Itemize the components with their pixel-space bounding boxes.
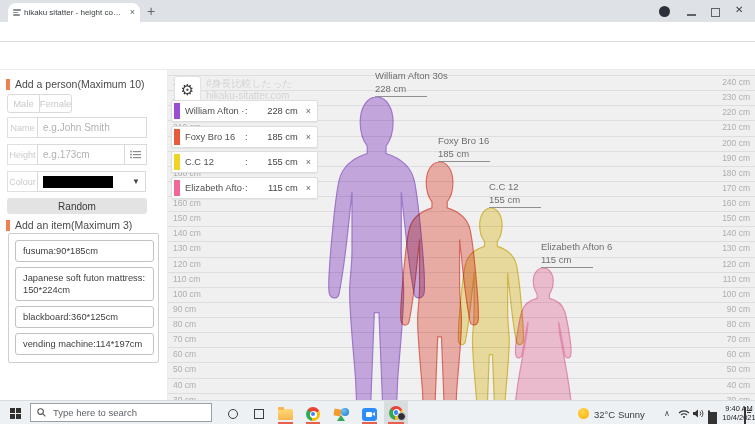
height-input[interactable]	[37, 144, 125, 165]
tick-label: 90 cm	[173, 304, 196, 314]
tick-label: 80 cm	[173, 319, 196, 329]
person-color-bar	[174, 180, 180, 196]
item-suggestions: fusuma:90*185cmJapanese soft futon mattr…	[8, 233, 159, 363]
figure-label: William Afton 30s228 cm	[375, 70, 448, 97]
person-card-height: 155 cm	[267, 157, 298, 167]
person-card[interactable]: C.C 12:155 cm×	[171, 151, 318, 173]
figure-name: William Afton 30s	[375, 70, 448, 82]
female-button[interactable]: Female	[39, 94, 72, 113]
height-presets-button[interactable]	[124, 144, 147, 165]
person-color-bar	[174, 129, 180, 145]
tab-close-icon[interactable]: ×	[130, 8, 135, 17]
section-accent-bar	[6, 220, 10, 231]
person-silhouette[interactable]	[505, 268, 582, 400]
new-tab-button[interactable]: +	[147, 3, 155, 19]
file-explorer-button[interactable]	[274, 405, 296, 423]
person-card-name: Elizabeth Afto···	[185, 183, 245, 193]
figure-name: Foxy Bro 16	[438, 134, 490, 147]
person-card-close-icon[interactable]: ×	[306, 132, 311, 142]
tick-label: 130 cm	[173, 243, 201, 253]
colour-row: Colour ▼	[7, 171, 146, 192]
action-center-icon[interactable]	[744, 407, 746, 424]
start-button[interactable]	[10, 408, 21, 419]
chart-settings-button[interactable]: ⚙	[174, 76, 201, 103]
window-minimize-button[interactable]	[687, 14, 696, 16]
tick-label: 180 cm	[722, 168, 750, 178]
figure-height-value: 228 cm	[375, 82, 427, 97]
person-card-height: 115 cm	[268, 183, 298, 193]
network-icon[interactable]	[678, 409, 690, 418]
taskbar-search[interactable]	[30, 403, 212, 422]
tick-label: 170 cm	[722, 183, 750, 193]
tick-label: 230 cm	[722, 92, 750, 102]
person-card-height: 228 cm	[267, 106, 298, 116]
person-card-close-icon[interactable]: ×	[306, 106, 311, 116]
item-suggestion-button[interactable]: fusuma:90*185cm	[15, 240, 154, 262]
male-button[interactable]: Male	[7, 94, 40, 113]
weather-text[interactable]: 32°C Sunny	[594, 409, 645, 420]
tick-label: 60 cm	[727, 349, 750, 359]
height-row: Height	[7, 144, 147, 165]
search-icon	[37, 408, 46, 417]
person-card-name: C.C 12	[185, 157, 245, 167]
person-card[interactable]: Elizabeth Afto···:115 cm×	[171, 177, 318, 199]
cortana-button[interactable]	[222, 405, 244, 423]
colour-label: Colour	[7, 171, 38, 192]
height-chart[interactable]: 240 cm240 cm230 cm230 cm220 cm220 cm210 …	[168, 70, 755, 400]
random-button[interactable]: Random	[7, 198, 147, 214]
card-separator: :	[245, 132, 253, 142]
chrome-taskbar-button[interactable]	[302, 405, 324, 423]
battery-icon[interactable]	[708, 410, 710, 424]
tray-expand-icon[interactable]: ∧	[664, 409, 670, 418]
section-accent-bar	[6, 79, 10, 90]
person-color-bar	[174, 103, 180, 119]
window-maximize-button[interactable]	[711, 8, 720, 17]
figure-label: C.C 12155 cm	[489, 180, 541, 208]
person-card-close-icon[interactable]: ×	[306, 157, 311, 167]
tick-label: 120 cm	[722, 259, 750, 269]
list-icon	[130, 150, 141, 159]
titlebar-profile-icon[interactable]	[659, 6, 670, 17]
paint3d-taskbar-button[interactable]	[330, 405, 352, 423]
name-label: Name	[7, 117, 38, 138]
active-chrome-button[interactable]	[384, 401, 408, 424]
figure-height-value: 185 cm	[438, 147, 490, 162]
figure-label: Foxy Bro 16185 cm	[438, 134, 490, 162]
person-card-name: William Afton ···	[185, 106, 245, 116]
person-card-close-icon[interactable]: ×	[306, 183, 311, 193]
tick-label: 200 cm	[722, 138, 750, 148]
weather-sun-icon[interactable]	[578, 408, 589, 419]
tick-label: 140 cm	[722, 228, 750, 238]
item-suggestion-button[interactable]: vending machine:114*197cm	[15, 333, 154, 355]
tick-label: 100 cm	[173, 289, 201, 299]
item-suggestion-button[interactable]: Japanese soft futon mattress: 150*224cm	[15, 267, 154, 301]
person-card[interactable]: Foxy Bro 16:185 cm×	[171, 126, 318, 148]
height-label: Height	[7, 144, 38, 165]
zoom-taskbar-button[interactable]	[358, 405, 380, 423]
speaker-icon[interactable]	[693, 409, 704, 418]
person-card[interactable]: William Afton ···:228 cm×	[171, 100, 318, 122]
taskbar-clock[interactable]: 9:40 AM 10/4/2021	[720, 404, 755, 422]
tick-label: 70 cm	[173, 334, 196, 344]
browser-tab[interactable]: hikaku sitatter - height comparis ×	[8, 3, 140, 22]
task-view-button[interactable]	[248, 405, 270, 423]
taskbar-search-input[interactable]	[51, 406, 195, 419]
screen: hikaku sitatter - height comparis × + ✕ …	[0, 0, 755, 424]
item-suggestion-button[interactable]: blackboard:360*125cm	[15, 306, 154, 328]
profile-badge-icon	[397, 412, 406, 421]
tick-label: 160 cm	[722, 198, 750, 208]
tick-label: 150 cm	[173, 213, 201, 223]
tick-label: 90 cm	[727, 304, 750, 314]
tick-label: 50 cm	[173, 364, 196, 374]
figure-height-value: 115 cm	[541, 253, 593, 268]
tick-label: 100 cm	[722, 289, 750, 299]
add-item-title: Add an item(Maximum 3)	[6, 219, 132, 231]
name-input[interactable]	[37, 117, 147, 138]
tick-label: 150 cm	[722, 213, 750, 223]
colour-picker[interactable]: ▼	[37, 171, 146, 192]
shapes-icon	[333, 407, 349, 421]
figure-name: Elizabeth Afton 6	[541, 240, 612, 253]
window-close-button[interactable]: ✕	[735, 4, 743, 15]
tick-label: 160 cm	[173, 198, 201, 208]
tick-label: 110 cm	[723, 274, 750, 284]
